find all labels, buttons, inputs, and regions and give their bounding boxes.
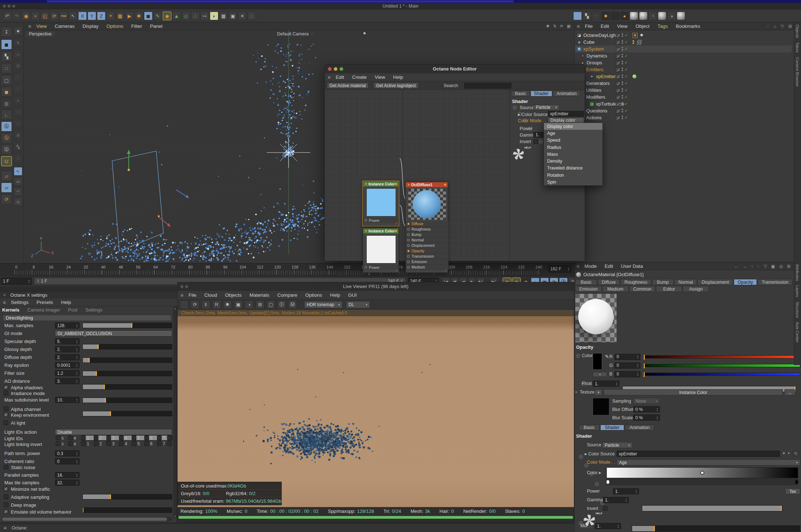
object-tree-item[interactable]: ▨xpTurbulence✓ (575, 100, 792, 107)
layer-toggle-icon[interactable] (616, 116, 620, 120)
restart-render-icon[interactable]: ⟳ (191, 300, 199, 309)
side-tab[interactable]: Content Browser (794, 55, 801, 89)
object-tree-item[interactable]: ◕Groups✓ (575, 59, 792, 66)
settings-checkbox[interactable] (4, 391, 8, 395)
layer-toggle-icon[interactable] (616, 109, 620, 113)
settings-value-field[interactable]: 0.0001▴▾ (55, 362, 80, 368)
node-editor-menu-item[interactable]: Edit (336, 74, 344, 80)
material-sphere-1-icon[interactable] (630, 12, 638, 20)
object-name[interactable]: OctaneDayLight (583, 33, 617, 38)
rotate-view-icon[interactable]: ⟳ (560, 24, 563, 29)
settings-select[interactable]: GI_AMBIENT_OCCLUSION (55, 330, 172, 336)
viewport-menu-item[interactable]: Options (106, 23, 123, 29)
live-viewer-menu-item[interactable]: Materials (250, 292, 269, 298)
settings-vscrollbar[interactable]: ▲▼ (173, 306, 177, 518)
dropdown-option[interactable]: Rotation (544, 172, 602, 179)
visibility-dots-icon[interactable] (622, 40, 623, 44)
polygon-mode-icon[interactable]: ◼ (1, 87, 12, 97)
light-id-checkbox[interactable] (144, 441, 149, 446)
node-expand-icon[interactable]: ∷ (445, 269, 447, 272)
object-manager-menu-item[interactable]: Bookmarks (676, 23, 700, 29)
dropdown-option[interactable]: Age (544, 130, 602, 137)
light-id-checkbox[interactable] (68, 441, 73, 446)
visibility-dots-icon[interactable] (622, 33, 623, 38)
material-channel-tab[interactable]: Normal (674, 279, 697, 285)
rectangle-select-icon[interactable]: ▭ (14, 177, 22, 186)
settings-slider[interactable] (82, 398, 172, 403)
live-viewer-menu-item[interactable]: GUI (348, 292, 357, 298)
object-name[interactable]: Dynamics (587, 53, 607, 59)
settings-checkbox[interactable] (4, 465, 8, 469)
viewport-menu-item[interactable]: Filter (131, 23, 142, 29)
node-instance-color-1[interactable]: ▼Instance Color Power ∷ (363, 181, 399, 226)
material-channel-tab[interactable]: Common (629, 286, 656, 292)
current-frame-field[interactable]: 162 F▴▾ (548, 265, 571, 273)
enabled-check-icon[interactable]: ✓ (625, 81, 628, 86)
layer-toggle-icon[interactable] (616, 95, 620, 99)
tool-icon[interactable]: ▭ (14, 50, 22, 59)
tool-icon[interactable]: ⇅ (14, 38, 22, 47)
enabled-check-icon[interactable]: ✓ (625, 95, 628, 99)
light-id-checkbox[interactable] (81, 436, 86, 440)
deformer-icon[interactable]: ◇ (182, 12, 190, 20)
settings-checkbox[interactable]: ✓ (4, 486, 8, 491)
channel-gradient-slider[interactable] (643, 355, 800, 359)
texture-twirl-icon[interactable]: ▾ (575, 390, 577, 394)
visibility-dots-icon[interactable] (622, 102, 623, 106)
invert-checkbox[interactable] (533, 139, 538, 144)
film-region-icon[interactable]: ▢ (267, 300, 275, 309)
pause-render-icon[interactable]: ‖ (201, 300, 210, 309)
object-tree-item[interactable]: Utilities✓ (575, 87, 792, 94)
visibility-dots-icon[interactable] (622, 116, 623, 120)
camera-menu-icon[interactable]: ∵ (311, 32, 313, 36)
tool-icon[interactable]: ≡ (14, 96, 22, 105)
object-tree-item[interactable]: ■Cube✓ (575, 39, 792, 46)
layer-toggle-icon[interactable] (616, 40, 620, 44)
uv-mode-icon[interactable]: ▦ (1, 98, 12, 108)
settings-value-field[interactable]: 2.▴▾ (55, 354, 80, 360)
node-octdiffuse1[interactable]: ▼OctDiffuse1 DiffuseRoughnessBumpNormalD… (405, 182, 448, 273)
node-input-port[interactable]: Opacity (406, 248, 448, 254)
enabled-check-icon[interactable]: ✓ (625, 88, 628, 93)
camera-icon[interactable]: ▣ (229, 12, 237, 20)
live-viewer-menu-item[interactable]: Objects (225, 292, 242, 298)
spline-arrow-icon[interactable]: ↦ (200, 12, 209, 20)
channel-gradient-slider[interactable] (643, 373, 800, 376)
hdr-tonemap-select[interactable]: HDR tonemap▾ (304, 301, 342, 308)
material-sphere-3-icon[interactable]: ◔ (648, 12, 657, 20)
object-manager-menu-item[interactable]: File (585, 23, 593, 29)
settings-menu-icon[interactable]: ≡ (3, 300, 6, 305)
side-tab[interactable]: Axis Center (794, 320, 801, 345)
workplane-icon[interactable]: ▱ (1, 171, 12, 181)
edge-mode-icon[interactable]: ▢ (1, 75, 12, 85)
visibility-dots-icon[interactable] (622, 81, 623, 86)
settings-slider[interactable] (82, 344, 172, 349)
generator-icon[interactable]: ▲ (172, 12, 181, 20)
capsule-icon[interactable]: ◉ (163, 12, 171, 20)
close-icon[interactable]: ✕ (3, 293, 6, 297)
object-manager-menu-icon[interactable]: ≡ (577, 23, 580, 29)
material-channel-tab[interactable]: Medium (602, 286, 629, 292)
live-viewer-menu-item[interactable]: Cloud (204, 292, 217, 298)
material-channel-tab[interactable]: Basic (575, 279, 597, 285)
settings-value-field[interactable]: 128.▴▾ (55, 322, 80, 329)
material-preview[interactable] (575, 294, 617, 342)
chevron-down-icon[interactable]: ▾ (788, 451, 790, 455)
material-channel-tab[interactable]: Opacity (734, 279, 757, 285)
checkerboard-icon[interactable]: ▚ (583, 12, 591, 20)
gradient-knot-strip[interactable] (606, 479, 798, 485)
target-icon[interactable]: ◎ (779, 264, 783, 269)
mix-field[interactable]: 1.▴▾ (595, 523, 621, 529)
volume-icon[interactable]: ◗ (210, 12, 218, 20)
focus-picker-icon[interactable]: Ⓕ (277, 300, 286, 309)
layer-toggle-icon[interactable] (616, 54, 620, 58)
material-channel-tab[interactable]: Bump (652, 279, 674, 285)
object-tree-item[interactable]: Modifiers✓ (575, 94, 792, 100)
polygon-select-icon[interactable]: ◇ (14, 197, 22, 206)
light-id-checkbox[interactable] (157, 436, 162, 440)
tool-icon[interactable]: ✱ (14, 27, 22, 35)
side-tab[interactable]: Objects (794, 22, 801, 40)
model-mode-icon[interactable]: ◼ (1, 39, 12, 50)
live-select-small-icon[interactable]: ↖ (14, 167, 22, 176)
material-channel-tab[interactable]: Editor (656, 286, 682, 292)
